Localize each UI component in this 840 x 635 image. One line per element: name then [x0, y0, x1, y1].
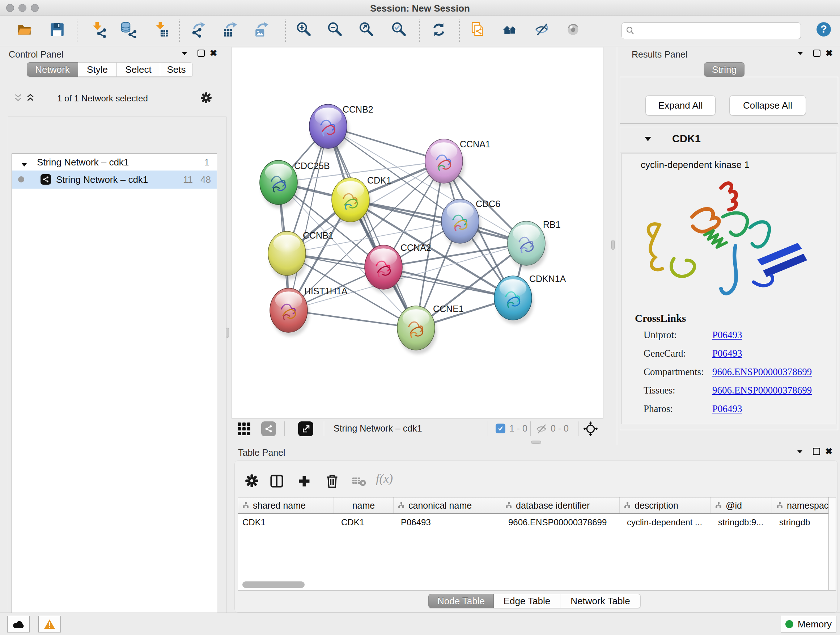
edge-CCNB2-CCNE1[interactable]: [328, 126, 416, 328]
tab-style[interactable]: Style: [78, 62, 117, 77]
table-row[interactable]: CDK1CDK1P064939606.ENSP00000378699cyclin…: [238, 514, 836, 531]
open-session-icon[interactable]: [16, 21, 33, 38]
node-CDC25B[interactable]: [260, 160, 299, 209]
selected-checkbox-icon[interactable]: [496, 424, 505, 433]
crosslink-value-link[interactable]: 9606.ENSP00000378699: [712, 366, 812, 378]
delete-table-icon: [352, 476, 366, 491]
open-in-new-window-icon[interactable]: [298, 421, 313, 436]
crosslink-value-link[interactable]: 9606.ENSP00000378699: [712, 385, 812, 396]
import-string-network-icon[interactable]: [470, 21, 486, 38]
save-session-icon[interactable]: [49, 21, 65, 38]
import-table-file-icon[interactable]: [153, 21, 170, 38]
network-share-view-icon[interactable]: [261, 421, 276, 436]
network-tree-root-row[interactable]: String Network – cdk1 1: [12, 154, 217, 171]
node-HIST1H1A[interactable]: [270, 288, 309, 336]
gear-icon[interactable]: [201, 92, 212, 105]
table-cell-shared-name[interactable]: CDK1: [238, 514, 334, 531]
zoom-selected-icon[interactable]: [391, 21, 407, 38]
cloud-status-button[interactable]: [7, 616, 30, 632]
zoom-out-icon[interactable]: [327, 21, 343, 38]
column-header-description[interactable]: description: [620, 497, 711, 513]
export-image-icon[interactable]: [254, 21, 270, 38]
eye-slash-icon[interactable]: [534, 21, 551, 38]
fit-selection-crosshair-icon[interactable]: [583, 421, 598, 438]
collapse-all-button[interactable]: Collapse All: [729, 95, 806, 116]
node-CCNB1[interactable]: [268, 231, 308, 279]
panel-menu-icon[interactable]: [181, 50, 188, 59]
help-icon[interactable]: ?: [815, 21, 832, 38]
crosslink-value-link[interactable]: P06493: [712, 329, 742, 340]
horizontal-splitter-handle[interactable]: [531, 440, 541, 444]
node-CCNA1[interactable]: [425, 139, 464, 187]
hidden-eye-slash-icon[interactable]: [535, 423, 548, 437]
table-vertical-scrollbar[interactable]: [829, 497, 836, 590]
node-CDK1[interactable]: [332, 178, 371, 226]
refresh-layout-icon[interactable]: [431, 21, 447, 38]
warning-status-button[interactable]: [38, 616, 61, 632]
panel-menu-icon[interactable]: [797, 50, 804, 59]
panel-close-icon[interactable]: ✖: [210, 48, 217, 58]
results-tab-string[interactable]: String: [704, 62, 745, 77]
panel-menu-icon[interactable]: [796, 448, 804, 457]
column-header-canonical-name[interactable]: canonical name: [393, 497, 501, 513]
delete-column-trash-icon[interactable]: [325, 474, 340, 488]
panel-close-icon[interactable]: ✖: [825, 447, 832, 456]
show-columns-icon[interactable]: [270, 474, 284, 488]
gene-section-header[interactable]: CDK1: [620, 127, 838, 152]
crosslink-value-link[interactable]: P06493: [712, 403, 742, 415]
network-tree-child-row[interactable]: String Network – cdk1 11 48: [12, 171, 217, 188]
column-header-database-identifier[interactable]: database identifier: [501, 497, 620, 513]
network-canvas[interactable]: CCNB2CCNA1CDC25BCDK1CDC6RB1CCNB1CCNA2CDK…: [232, 47, 603, 418]
column-header-@id[interactable]: @id: [711, 497, 772, 513]
table-cell-name[interactable]: CDK1: [334, 514, 393, 531]
table-cell-namespace[interactable]: stringdb: [772, 514, 836, 531]
column-type-icon: [776, 500, 783, 511]
grid-view-icon[interactable]: [237, 422, 251, 437]
tab-edge-table[interactable]: Edge Table: [494, 594, 561, 608]
tab-node-table[interactable]: Node Table: [428, 594, 494, 608]
table-cell-@id[interactable]: stringdb:9...: [711, 514, 772, 531]
collapse-all-tree-icon[interactable]: [14, 93, 22, 103]
right-splitter-handle[interactable]: [611, 240, 615, 250]
expand-all-button[interactable]: Expand All: [645, 95, 715, 116]
export-table-icon[interactable]: [222, 21, 239, 38]
section-collapse-icon[interactable]: [644, 136, 652, 144]
table-cell-database-identifier[interactable]: 9606.ENSP00000378699: [501, 514, 620, 531]
add-column-icon[interactable]: [297, 474, 311, 488]
expand-all-tree-icon[interactable]: [26, 93, 35, 103]
column-header-name[interactable]: name: [334, 497, 393, 513]
zoom-in-icon[interactable]: [295, 21, 312, 38]
node-RB1[interactable]: [508, 221, 547, 269]
panel-float-icon[interactable]: [197, 50, 205, 57]
column-header-namespace[interactable]: namespace: [772, 497, 836, 513]
tab-network-table[interactable]: Network Table: [561, 594, 641, 608]
left-splitter-handle[interactable]: [226, 328, 229, 338]
import-network-database-icon[interactable]: [120, 21, 137, 38]
node-CDKN1A[interactable]: [494, 276, 534, 324]
tab-select[interactable]: Select: [117, 62, 160, 77]
eye-icon[interactable]: [565, 21, 582, 38]
tab-network[interactable]: Network: [27, 62, 78, 77]
crosslink-value-link[interactable]: P06493: [712, 348, 742, 359]
toolbar-search[interactable]: [622, 22, 801, 39]
panel-float-icon[interactable]: [813, 50, 821, 57]
column-header-shared-name[interactable]: shared name: [238, 497, 334, 513]
table-cell-canonical-name[interactable]: P06493: [393, 514, 501, 531]
import-network-file-icon[interactable]: [90, 21, 107, 38]
table-header-row: shared namenamecanonical namedatabase id…: [238, 497, 836, 514]
node-CDC6[interactable]: [441, 199, 481, 247]
export-network-icon[interactable]: [191, 21, 208, 38]
home-icon[interactable]: [502, 21, 519, 38]
tree-expander-icon[interactable]: [21, 159, 27, 170]
table-settings-gear-icon[interactable]: [245, 474, 259, 488]
node-CCNA2[interactable]: [365, 245, 404, 293]
panel-close-icon[interactable]: ✖: [826, 48, 833, 58]
memory-button[interactable]: Memory: [781, 616, 836, 632]
zoom-fit-icon[interactable]: [358, 21, 375, 38]
search-input[interactable]: [638, 26, 797, 36]
node-CCNE1[interactable]: [397, 306, 437, 354]
panel-float-icon[interactable]: [813, 448, 820, 455]
table-cell-description[interactable]: cyclin-dependent ...: [620, 514, 711, 531]
table-horizontal-scrollbar[interactable]: [242, 581, 305, 588]
tab-sets[interactable]: Sets: [160, 62, 193, 77]
